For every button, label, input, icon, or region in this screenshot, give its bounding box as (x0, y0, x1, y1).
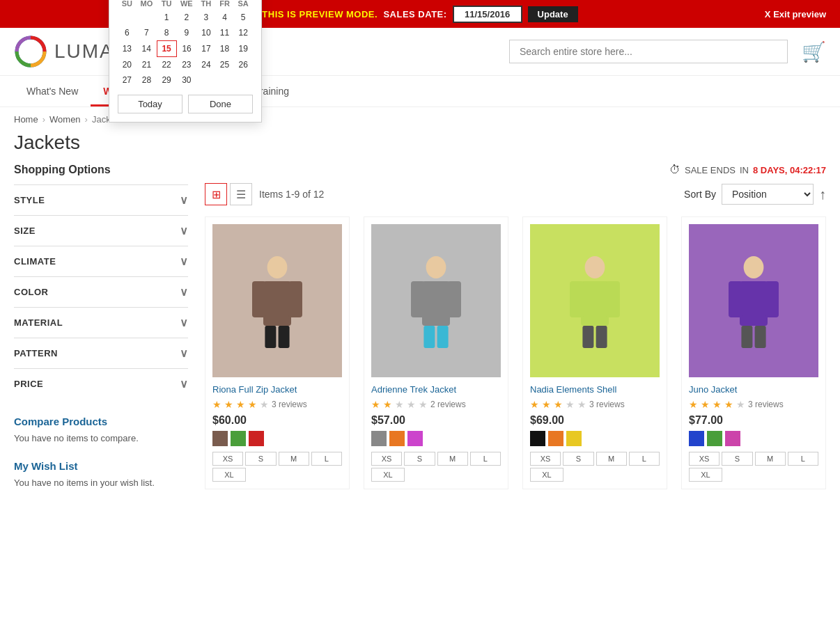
size-m-2[interactable]: M (437, 452, 468, 466)
cal-cell-29[interactable]: 29 (157, 72, 176, 88)
cal-cell-28[interactable]: 28 (137, 72, 157, 88)
size-xs-2[interactable]: XS (371, 452, 402, 466)
cal-cell-17[interactable]: 17 (197, 41, 216, 57)
cal-cell-20[interactable]: 20 (118, 57, 137, 73)
swatch-red[interactable] (249, 431, 264, 446)
product-image-1[interactable] (212, 224, 342, 377)
size-s-2[interactable]: S (404, 452, 435, 466)
cal-cell-2[interactable]: 2 (176, 10, 197, 25)
size-s-4[interactable]: S (722, 452, 752, 466)
nav-item-whats-new[interactable]: What's New (14, 76, 91, 106)
filter-style[interactable]: STYLE ∨ (14, 184, 188, 215)
list-view-button[interactable]: ☰ (230, 183, 252, 205)
cal-cell-4[interactable]: 4 (215, 10, 234, 25)
cal-cell-8[interactable]: 8 (157, 25, 176, 41)
size-l[interactable]: L (311, 452, 342, 466)
cal-done-button[interactable]: Done (188, 95, 253, 113)
product-image-3[interactable] (530, 224, 660, 377)
sort-select[interactable]: Position Product Name Price (722, 184, 814, 205)
cal-cell-14[interactable]: 14 (137, 41, 157, 57)
swatch-pink[interactable] (725, 431, 740, 446)
swatch-orange-2[interactable] (548, 431, 563, 446)
cal-cell-21[interactable]: 21 (137, 57, 157, 73)
swatch-black[interactable] (530, 431, 545, 446)
cal-cell-3[interactable]: 3 (197, 10, 216, 25)
cal-cell-30[interactable]: 30 (176, 72, 197, 88)
size-xl-2[interactable]: XL (371, 468, 405, 482)
cal-cell-15-today[interactable]: 15 (157, 41, 176, 57)
cal-cell-1[interactable]: 1 (157, 10, 176, 25)
filter-material[interactable]: MATERIAL ∨ (14, 307, 188, 338)
filter-color[interactable]: COLOR ∨ (14, 276, 188, 307)
breadcrumb-women[interactable]: Women (49, 114, 81, 125)
sort-asc-button[interactable]: ↑ (819, 187, 826, 203)
cal-cell-6[interactable]: 6 (118, 25, 137, 41)
cal-cell-9[interactable]: 9 (176, 25, 197, 41)
grid-view-button[interactable]: ⊞ (205, 183, 227, 205)
size-xs-4[interactable]: XS (689, 452, 720, 466)
logo[interactable]: LUMA (14, 35, 114, 68)
cart-icon[interactable]: 🛒 (802, 40, 826, 63)
size-xs-3[interactable]: XS (530, 452, 561, 466)
size-xs[interactable]: XS (212, 452, 243, 466)
cal-week-3: 13 14 15 16 17 18 19 (118, 41, 253, 57)
filter-climate[interactable]: CLIMATE ∨ (14, 246, 188, 276)
swatch-magenta[interactable] (407, 431, 423, 446)
product-name-4[interactable]: Juno Jacket (689, 384, 818, 395)
search-input[interactable] (509, 40, 788, 63)
preview-mode-text: THIS IS PREVIEW MODE. SALES DATE: (262, 9, 446, 19)
size-xl-3[interactable]: XL (530, 468, 563, 482)
size-xl[interactable]: XL (212, 468, 246, 482)
swatch-green[interactable] (231, 431, 246, 446)
product-image-4[interactable] (689, 224, 818, 377)
breadcrumb-home[interactable]: Home (14, 114, 38, 125)
swatch-green-2[interactable] (707, 431, 722, 446)
size-l-4[interactable]: L (788, 452, 818, 466)
product-name-3[interactable]: Nadia Elements Shell (530, 384, 660, 395)
product-image-2[interactable] (371, 224, 501, 377)
cal-cell-7[interactable]: 7 (137, 25, 157, 41)
cal-cell-22[interactable]: 22 (157, 57, 176, 73)
swatch-brown[interactable] (212, 431, 228, 446)
filter-style-label: STYLE (14, 195, 45, 205)
cal-cell-25[interactable]: 25 (215, 57, 234, 73)
swatch-orange[interactable] (389, 431, 405, 446)
wishlist-title: My Wish List (14, 460, 188, 472)
swatch-yellow[interactable] (566, 431, 582, 446)
cal-cell-16[interactable]: 16 (176, 41, 197, 57)
filter-price[interactable]: PRICE ∨ (14, 368, 188, 399)
size-m-4[interactable]: M (755, 452, 786, 466)
size-s-3[interactable]: S (563, 452, 593, 466)
size-l-3[interactable]: L (629, 452, 660, 466)
sales-date-input[interactable] (453, 6, 522, 23)
cal-cell-19[interactable]: 19 (234, 41, 253, 57)
filter-pattern[interactable]: PATTERN ∨ (14, 338, 188, 368)
cal-cell-empty (118, 10, 137, 25)
cal-cell-10[interactable]: 10 (197, 25, 216, 41)
size-s[interactable]: S (245, 452, 276, 466)
cal-cell-18[interactable]: 18 (215, 41, 234, 57)
cal-cell-5[interactable]: 5 (234, 10, 253, 25)
cal-cell-11[interactable]: 11 (215, 25, 234, 41)
cal-cell-24[interactable]: 24 (197, 57, 216, 73)
product-name-1[interactable]: Riona Full Zip Jacket (212, 384, 342, 395)
size-xl-4[interactable]: XL (689, 468, 722, 482)
size-l-2[interactable]: L (470, 452, 501, 466)
cal-cell-23[interactable]: 23 (176, 57, 197, 73)
filter-size-chevron: ∨ (180, 224, 189, 237)
product-name-2[interactable]: Adrienne Trek Jacket (371, 384, 501, 395)
product-card-1: Riona Full Zip Jacket ★ ★ ★ ★ ★ 3 review… (205, 216, 350, 489)
cal-cell-12[interactable]: 12 (234, 25, 253, 41)
cal-today-button[interactable]: Today (118, 95, 182, 113)
size-m[interactable]: M (279, 452, 309, 466)
cal-cell-13[interactable]: 13 (118, 41, 137, 57)
swatch-blue[interactable] (689, 431, 704, 446)
cal-cell-27[interactable]: 27 (118, 72, 137, 88)
sale-ends-in: IN (740, 165, 749, 175)
update-button[interactable]: Update (528, 6, 578, 22)
swatch-gray[interactable] (371, 431, 387, 446)
cal-cell-26[interactable]: 26 (234, 57, 253, 73)
size-m-3[interactable]: M (596, 452, 627, 466)
exit-preview-button[interactable]: X Exit preview (765, 9, 826, 19)
filter-size[interactable]: SIZE ∨ (14, 215, 188, 246)
